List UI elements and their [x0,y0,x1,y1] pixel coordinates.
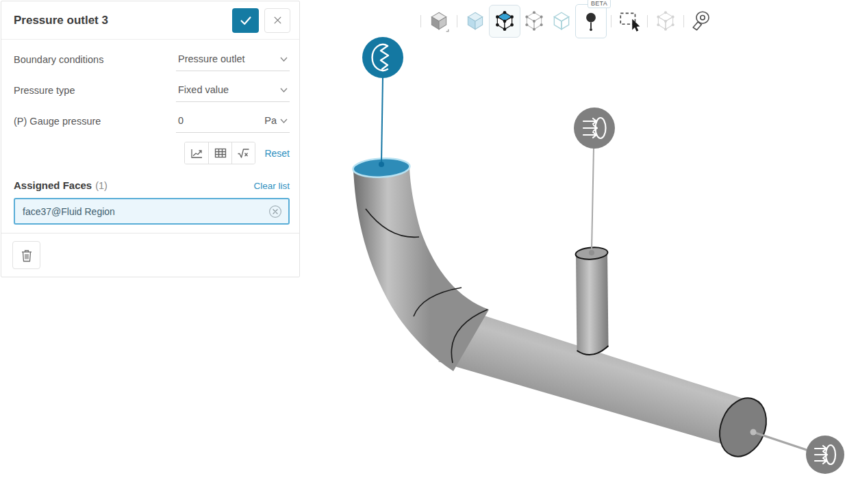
measure-button[interactable] [688,5,716,37]
clear-list-link[interactable]: Clear list [253,181,290,191]
remove-circle-icon [268,205,282,218]
pressure-outlet-marker[interactable] [362,37,403,78]
pressure-type-select[interactable]: Fixed value [176,80,290,102]
gauge-pressure-field[interactable]: 0 Pa [176,111,290,133]
shaded-view-button[interactable] [462,5,489,37]
chevron-down-icon [280,118,288,123]
assigned-faces-count: (1) [95,180,253,191]
box-select-icon [618,10,641,33]
wireframe-cube-icon [550,10,573,33]
reset-link[interactable]: Reset [264,148,290,159]
close-button[interactable] [264,8,290,33]
assigned-faces-title: Assigned Faces [14,179,92,191]
assigned-face-label: face37@Fluid Region [15,206,268,217]
formula-mode-button[interactable] [231,142,255,164]
panel-header: Pressure outlet 3 [1,1,299,40]
solid-cube-icon [427,10,451,33]
value-input-mode-group [184,142,255,164]
boundary-conditions-row: Boundary conditions Pressure outlet [14,49,290,71]
velocity-inlet-marker-top[interactable] [574,108,615,149]
chevron-down-icon [280,57,288,62]
panel-body: Boundary conditions Pressure outlet Pres… [1,40,299,277]
gauge-pressure-value[interactable]: 0 [178,115,184,126]
delete-button[interactable] [12,241,40,269]
check-icon [238,13,253,28]
disabled-cube-icon [654,10,677,33]
trash-icon [21,249,33,262]
table-mode-button[interactable] [208,142,231,164]
assigned-face-item[interactable]: face37@Fluid Region [14,198,290,225]
shaded-cube-icon [464,10,487,33]
panel-title: Pressure outlet 3 [14,14,232,27]
solid-view-button[interactable] [425,5,453,37]
pressure-type-label: Pressure type [14,80,176,96]
close-icon [273,15,283,25]
probe-pin-icon [579,10,603,33]
toolbar-separator [420,15,421,27]
line-chart-mode-button[interactable] [185,142,208,164]
value-tools-row: Reset [14,142,290,164]
3d-viewport[interactable] [301,0,858,504]
box-select-button[interactable] [616,5,643,37]
pressure-type-row: Pressure type Fixed value [14,80,290,102]
table-icon [214,148,227,158]
pipe-branch-cylinder[interactable] [575,247,609,355]
shaded-edges-cube-icon [493,10,516,33]
pressure-type-value: Fixed value [178,84,229,95]
boundary-conditions-select[interactable]: Pressure outlet [176,49,290,71]
boundary-conditions-label: Boundary conditions [14,49,176,65]
apply-button[interactable] [232,8,259,33]
measure-tape-icon [690,10,714,33]
toolbar-separator [611,15,611,27]
remove-face-button[interactable] [268,205,282,218]
vertices-cube-icon [522,10,546,33]
toolbar-separator [457,15,457,27]
gauge-pressure-row: (P) Gauge pressure 0 Pa [14,111,290,133]
wireframe-view-button[interactable] [548,5,575,37]
gauge-pressure-label: (P) Gauge pressure [14,111,176,127]
toolbar-separator [683,15,684,27]
toolbar-separator [647,15,648,27]
chevron-down-icon [280,88,288,92]
panel-footer [1,233,299,277]
viewport-toolbar: BETA [416,3,716,40]
vertices-view-button[interactable] [520,5,548,37]
probe-point-button-beta[interactable]: BETA [575,4,607,38]
shaded-edges-view-button-active[interactable] [489,5,520,38]
line-chart-icon [190,147,203,159]
unit-select[interactable]: Pa [264,115,288,126]
velocity-inlet-marker-right[interactable] [806,436,844,474]
boundary-condition-panel: Pressure outlet 3 Boundary conditions Pr… [1,1,300,277]
unit-value: Pa [264,115,277,126]
formula-sqrt-icon [237,148,250,159]
assigned-faces-header: Assigned Faces (1) Clear list [14,179,290,191]
pipe-elbow-section[interactable] [353,167,489,371]
beta-badge: BETA [588,0,611,8]
isolate-view-button-disabled[interactable] [652,5,679,37]
boundary-conditions-value: Pressure outlet [178,53,245,64]
